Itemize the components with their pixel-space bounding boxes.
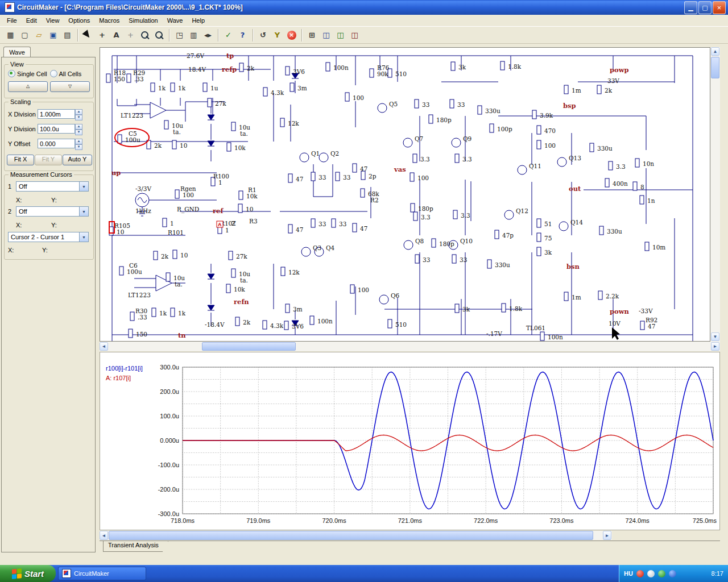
menu-simulation[interactable]: Simulation [124, 16, 162, 25]
minimize-button[interactable]: ▁ [684, 1, 697, 14]
scroll-right-arrow-icon[interactable]: ► [603, 531, 611, 540]
save-icon[interactable]: ▣ [47, 28, 60, 41]
language-indicator[interactable]: HU [624, 570, 633, 577]
component-label: Q7 [415, 135, 423, 142]
scroll-up-button[interactable]: △ [8, 81, 48, 92]
menu-macros[interactable]: Macros [94, 16, 124, 25]
component-label: 10 [117, 228, 124, 235]
auto-y-button[interactable]: Auto Y [63, 155, 92, 165]
pan-arrows-icon[interactable]: ◂▸ [201, 28, 214, 41]
cursor-arrow-icon[interactable] [81, 28, 94, 41]
radio-dot[interactable] [50, 70, 57, 77]
scroll-right-arrow-icon[interactable]: ► [711, 342, 719, 351]
schematic-labels: 27.6Vtprefp2k18.4VR18150R29.331k1k1u27kL… [111, 52, 665, 340]
component-label: TL061 [526, 325, 545, 331]
diff-x-label: X: [8, 247, 14, 253]
menu-options[interactable]: Options [64, 16, 94, 25]
y-offset-spinner[interactable]: ▲▼ [75, 139, 82, 148]
start-button[interactable]: Start [0, 565, 56, 582]
x-division-spinner[interactable]: ▲▼ [75, 109, 82, 119]
scroll-down-button[interactable]: ▽ [50, 81, 90, 92]
new-window-icon[interactable]: ⊞ [305, 28, 318, 41]
cursor-diff-combo[interactable]: Cursor 2 - Cursor 1 ▼ [8, 232, 89, 242]
fit-x-button[interactable]: Fit X [7, 155, 34, 165]
schematic-vscrollbar[interactable]: ▲ ▼ [710, 47, 720, 342]
tab-wave[interactable]: Wave [3, 47, 31, 57]
node-label: up [111, 169, 121, 177]
waveform-hscrollbar[interactable]: ◄ ► [100, 531, 612, 540]
legend-series-red[interactable]: A: r107[i] [106, 375, 131, 381]
menu-view[interactable]: View [42, 16, 64, 25]
help-icon[interactable]: ? [236, 28, 249, 41]
parts-browser-icon[interactable]: ▦ [4, 28, 17, 41]
y-axis-tick: -300.0u [158, 510, 179, 517]
fit-y-button[interactable]: Fit Y [35, 155, 62, 165]
scroll-left-arrow-icon[interactable]: ◄ [100, 342, 108, 351]
waveform-window-icon[interactable]: ◫ [320, 28, 333, 41]
chevron-down-icon[interactable]: ▼ [79, 232, 88, 242]
sheet-icon[interactable]: ▥ [187, 28, 200, 41]
security-alert-icon[interactable] [636, 570, 644, 577]
close-button[interactable]: × [713, 1, 726, 14]
undo-icon[interactable]: ↺ [257, 28, 270, 41]
scroll-up-arrow-icon[interactable]: ▲ [711, 47, 719, 56]
maximize-button[interactable]: ▢ [698, 1, 712, 14]
schematic-hscrollbar[interactable]: ◄ ► [100, 342, 720, 351]
menu-wave[interactable]: Wave [163, 16, 188, 25]
waveform-plot[interactable]: r100[i]-r101[i] A: r107[i] 300.0u200.0u1… [100, 352, 720, 530]
radio-dot[interactable] [8, 70, 15, 77]
menu-file[interactable]: File [2, 16, 22, 25]
chevron-down-icon[interactable]: ▼ [79, 182, 88, 191]
node-label: tp [226, 52, 234, 60]
zoom-select-icon[interactable] [138, 28, 151, 41]
messenger-icon[interactable] [669, 570, 676, 577]
cursor2-combo[interactable]: Off ▼ [16, 206, 89, 217]
wave-hscroll-thumb[interactable] [109, 531, 593, 540]
y-axis-tick: 200.0u [160, 388, 179, 395]
stop-icon[interactable] [285, 28, 298, 41]
probe-y-icon[interactable]: Y [271, 28, 284, 41]
y-division-input[interactable] [38, 124, 75, 134]
zoom-page-icon[interactable]: ◳ [173, 28, 186, 41]
logic-window-icon[interactable]: ◫ [334, 28, 347, 41]
print-icon[interactable]: ▤ [61, 28, 74, 41]
node-label: tn [178, 331, 186, 339]
cursor1-combo[interactable]: Off ▼ [16, 181, 89, 192]
text-tool-icon[interactable]: A [110, 28, 123, 41]
component-label: 100 [417, 174, 429, 181]
taskbar-task-circuitmaker[interactable]: CircuitMaker [58, 567, 146, 580]
component-label: 1n [647, 197, 655, 204]
volume-icon[interactable] [647, 570, 655, 577]
mouse-pointer-icon [612, 327, 620, 340]
radio-single-cell[interactable]: Single Cell [8, 70, 47, 77]
clock[interactable]: 8:17 [712, 570, 723, 577]
open-folder-icon[interactable]: ▱ [32, 28, 46, 41]
component-label: 47 [296, 176, 303, 182]
component-label: 330u [485, 107, 500, 114]
vscroll-thumb[interactable] [711, 57, 719, 78]
scheduler-icon[interactable] [658, 570, 665, 577]
scroll-left-arrow-icon[interactable]: ◄ [100, 531, 108, 540]
tab-transient-analysis[interactable]: Transient Analysis [103, 541, 168, 552]
scroll-down-arrow-icon[interactable]: ▼ [711, 332, 719, 341]
y-offset-label: Y Offset [8, 140, 30, 147]
menu-help[interactable]: Help [187, 16, 209, 25]
chevron-down-icon[interactable]: ▼ [79, 207, 88, 216]
wire-plus-icon[interactable]: + [96, 28, 109, 41]
radio-all-cells[interactable]: All Cells [50, 70, 81, 77]
x-division-input[interactable] [38, 109, 75, 119]
mixed-window-icon[interactable]: ◫ [348, 28, 361, 41]
y-division-spinner[interactable]: ▲▼ [75, 124, 82, 134]
hscroll-thumb[interactable] [202, 342, 296, 351]
y-offset-input[interactable] [38, 139, 75, 148]
new-file-icon[interactable]: ▢ [18, 28, 31, 41]
analysis-tabstrip: Transient Analysis [100, 541, 720, 552]
menu-edit[interactable]: Edit [22, 16, 42, 25]
component-label: 10 [180, 142, 187, 149]
ghost-plus-icon[interactable]: + [124, 28, 137, 41]
schematic-canvas[interactable]: 27.6Vtprefp2k18.4VR18150R29.331k1k1u27kL… [100, 47, 710, 342]
run-check-icon[interactable]: ✓ [222, 28, 235, 41]
zoom-icon[interactable] [152, 28, 166, 41]
title-bar[interactable]: CircuitMaker - [C:\Program Files\Circuit… [0, 0, 728, 15]
legend-series-blue[interactable]: r100[i]-r101[i] [106, 365, 143, 372]
